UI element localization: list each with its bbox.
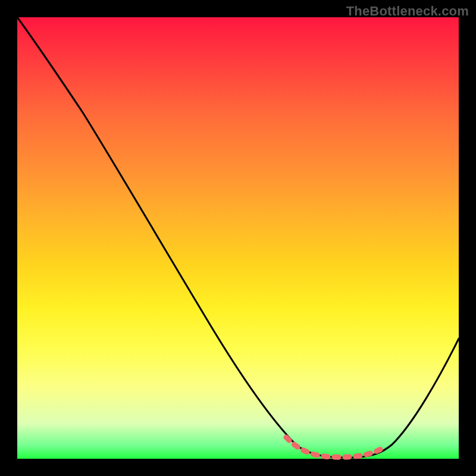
chart-plot-area	[17, 17, 459, 459]
watermark-text: TheBottleneck.com	[346, 4, 469, 19]
chart-svg	[17, 17, 459, 459]
curve-black	[17, 17, 459, 458]
